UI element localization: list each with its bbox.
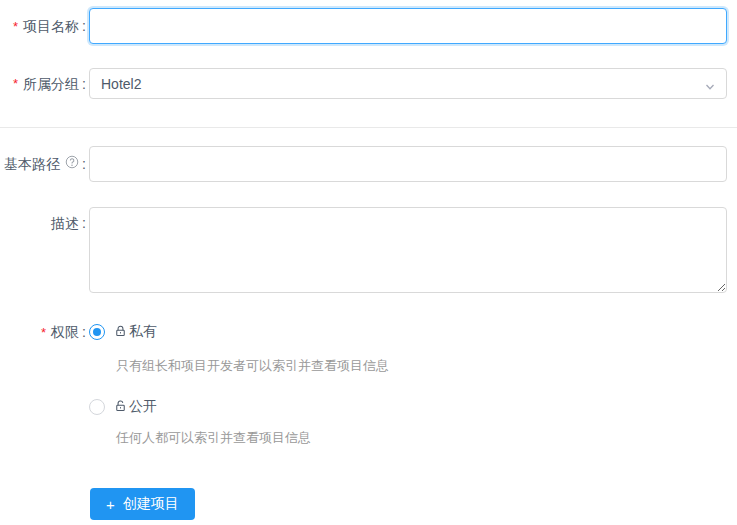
description-label-text: 描述 (51, 213, 79, 233)
base-path-row: 基本路径 : (0, 146, 737, 182)
label-colon: : (82, 213, 86, 233)
private-option-description: 只有组长和项目开发者可以索引并查看项目信息 (116, 357, 727, 375)
base-path-label: 基本路径 : (0, 154, 86, 174)
group-select[interactable]: Hotel2 (89, 68, 727, 99)
create-project-button[interactable]: + 创建项目 (90, 488, 195, 520)
permission-label-text: 权限 (51, 322, 79, 342)
submit-row: + 创建项目 (90, 488, 737, 520)
label-colon: : (82, 16, 86, 36)
public-option-description: 任何人都可以索引并查看项目信息 (116, 429, 727, 447)
unlock-icon (114, 399, 127, 416)
description-label: 描述 : (0, 207, 86, 233)
permission-row: * 权限 : 私有 只有组长和项目开发者可以索引并查看 (0, 322, 737, 447)
required-asterisk: * (41, 326, 46, 339)
public-option-label: 公开 (129, 398, 157, 416)
lock-icon (114, 324, 127, 341)
create-project-button-label: 创建项目 (123, 495, 179, 513)
required-asterisk: * (13, 77, 18, 90)
description-textarea[interactable] (89, 207, 727, 293)
group-label: * 所属分组 : (0, 74, 86, 94)
label-colon: : (82, 154, 86, 174)
chevron-down-icon (705, 79, 715, 95)
plus-icon: + (106, 497, 115, 512)
private-option-label: 私有 (129, 323, 157, 341)
project-name-label-text: 项目名称 (23, 16, 79, 36)
section-divider (0, 127, 737, 128)
project-name-row: * 项目名称 : (0, 8, 737, 44)
permission-label: * 权限 : (0, 322, 86, 342)
base-path-input[interactable] (89, 146, 727, 182)
permission-radio-public[interactable]: 公开 (89, 397, 727, 417)
group-select-value: Hotel2 (101, 76, 141, 92)
create-project-form: * 项目名称 : * 所属分组 : Hotel2 基本路径 (0, 0, 737, 520)
question-circle-icon[interactable] (65, 154, 79, 174)
required-asterisk: * (13, 20, 18, 33)
description-row: 描述 : (0, 207, 737, 293)
label-colon: : (82, 322, 86, 342)
project-name-input[interactable] (89, 8, 727, 44)
group-row: * 所属分组 : Hotel2 (0, 68, 737, 99)
permission-radio-private[interactable]: 私有 (89, 322, 727, 342)
base-path-label-text: 基本路径 (4, 154, 60, 174)
group-label-text: 所属分组 (23, 74, 79, 94)
radio-circle-selected (89, 324, 105, 340)
project-name-label: * 项目名称 : (0, 16, 86, 36)
radio-circle-unselected (89, 399, 105, 415)
label-colon: : (82, 74, 86, 94)
